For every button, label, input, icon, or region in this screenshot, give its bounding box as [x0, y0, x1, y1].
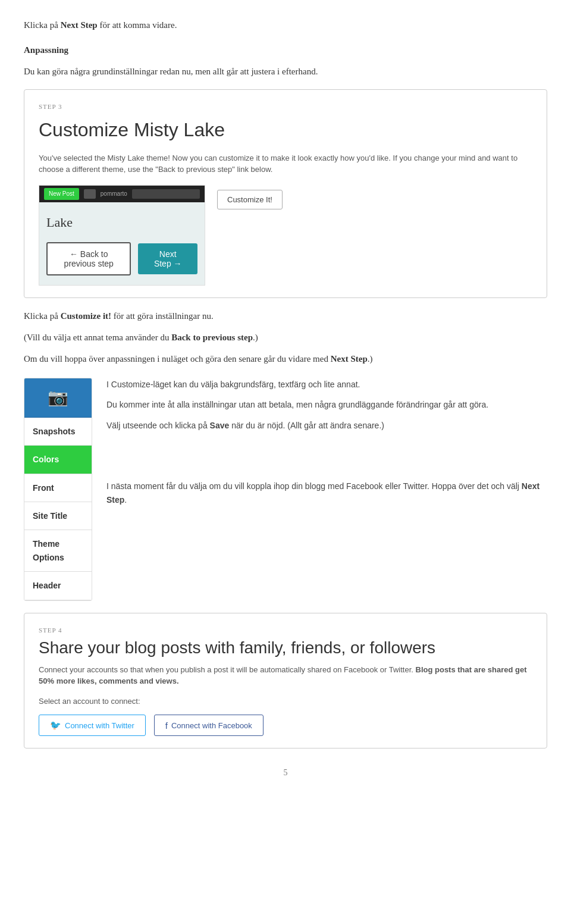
twitter-btn-label: Connect with Twitter	[65, 721, 134, 730]
mockup-icon	[84, 189, 96, 199]
customize-info3: Välj utseende och klicka på Save när du …	[106, 419, 547, 432]
click-customize-para: Klicka på Customize it! för att göra ins…	[24, 309, 547, 323]
step3-description: You've selected the Misty Lake theme! No…	[39, 152, 532, 176]
mockup-body: Lake ← Back to previous step Next Step →	[39, 202, 205, 285]
customize-it-area: Customize It!	[217, 185, 283, 209]
next-step-bold-final: Next Step	[106, 481, 539, 504]
anpassning-heading-text: Anpassning	[24, 45, 68, 55]
step4-title: Share your blog posts with family, frien…	[39, 638, 532, 658]
intro-paragraph: Klicka på Next Step för att komma vidare…	[24, 18, 547, 32]
sidebar-item-theme-options[interactable]: Theme Options	[24, 530, 92, 572]
next-step-button[interactable]: Next Step →	[138, 243, 197, 274]
step4-label: STEP 4	[39, 625, 532, 636]
customize-it-button[interactable]: Customize It!	[217, 190, 283, 209]
page-number: 5	[24, 766, 547, 779]
theme-mockup: New Post pommarto Lake ← Back to previou…	[39, 185, 205, 286]
connect-buttons: 🐦 Connect with Twitter f Connect with Fa…	[39, 715, 532, 736]
customize-info2: Du kommer inte åt alla inställningar uta…	[106, 398, 547, 411]
skip-para: Om du vill hoppa över anpassningen i nul…	[24, 352, 547, 366]
step4-bold-desc: Blog posts that are shared get 50% more …	[39, 665, 527, 686]
sidebar-item-site-title[interactable]: Site Title	[24, 502, 92, 530]
theme-preview-area: New Post pommarto Lake ← Back to previou…	[39, 185, 532, 286]
next-section-para: I nästa moment får du välja om du vill k…	[106, 480, 547, 506]
next-step-bold-skip: Next Step	[331, 354, 368, 364]
connect-facebook-button[interactable]: f Connect with Facebook	[154, 715, 263, 736]
step3-label: STEP 3	[39, 102, 532, 112]
anpassning-heading: Anpassning	[24, 43, 547, 57]
step3-nav-buttons: ← Back to previous step Next Step →	[46, 242, 197, 275]
customize-it-bold: Customize it!	[61, 311, 111, 321]
sidebar-item-colors[interactable]: Colors	[24, 446, 92, 474]
facebook-icon: f	[165, 721, 168, 731]
step4-description: Connect your accounts so that when you p…	[39, 664, 532, 687]
step4-select-label: Select an account to connect:	[39, 696, 532, 708]
step4-box: STEP 4 Share your blog posts with family…	[24, 613, 547, 749]
sidebar-item-snapshots[interactable]: Snapshots	[24, 418, 92, 446]
twitter-icon: 🐦	[50, 720, 61, 731]
mockup-lake-text: Lake	[46, 212, 197, 233]
step3-box: STEP 3 Customize Misty Lake You've selec…	[24, 89, 547, 298]
mockup-search	[132, 189, 200, 199]
snapshot-icon: 📷	[24, 378, 92, 418]
sidebar-item-front[interactable]: Front	[24, 474, 92, 502]
customize-panel: 📷 Snapshots Colors Front Site Title Them…	[24, 378, 547, 601]
save-bold: Save	[210, 421, 230, 430]
mockup-topbar: New Post pommarto	[39, 186, 205, 202]
next-step-bold-intro: Next Step	[61, 20, 98, 30]
step3-title: Customize Misty Lake	[39, 115, 532, 145]
sidebar-item-header[interactable]: Header	[24, 572, 92, 600]
back-previous-para: (Vill du välja ett annat tema använder d…	[24, 330, 547, 344]
back-to-prev-bold: Back to previous step	[171, 333, 253, 342]
sidebar-content-area: I Customize-läget kan du välja bakgrunds…	[106, 378, 547, 513]
mockup-new-post-btn: New Post	[44, 188, 79, 200]
anpassning-para: Du kan göra några grundinställningar red…	[24, 64, 547, 79]
sidebar-menu: 📷 Snapshots Colors Front Site Title Them…	[24, 378, 92, 601]
customize-info1: I Customize-läget kan du välja bakgrunds…	[106, 378, 547, 391]
facebook-btn-label: Connect with Facebook	[171, 721, 252, 730]
back-to-previous-step-button[interactable]: ← Back to previous step	[46, 242, 131, 275]
connect-twitter-button[interactable]: 🐦 Connect with Twitter	[39, 715, 146, 736]
